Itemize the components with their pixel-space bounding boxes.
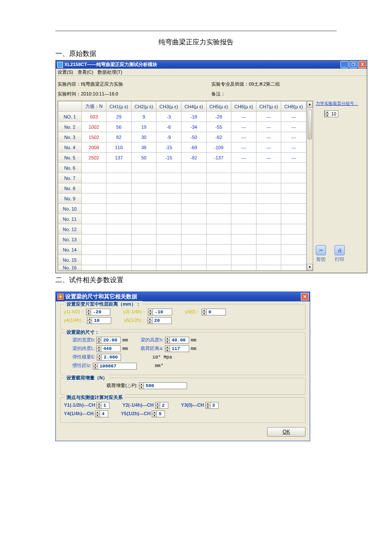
channel-cell[interactable] xyxy=(107,194,132,204)
device-group-link[interactable]: 力学实验装置分组号： xyxy=(316,101,365,107)
m4-spinner[interactable]: ▲▼4 xyxy=(95,410,108,417)
channel-cell[interactable]: --- xyxy=(281,112,306,122)
y2-spinner[interactable]: ▲▼-10 xyxy=(148,309,172,315)
channel-cell[interactable]: --- xyxy=(281,142,306,153)
menu-settings[interactable]: 设置(S) xyxy=(58,69,73,75)
channel-cell[interactable] xyxy=(281,234,306,245)
channel-cell[interactable]: --- xyxy=(281,132,306,142)
channel-cell[interactable] xyxy=(107,214,132,224)
channel-cell[interactable]: 29 xyxy=(107,112,132,122)
channel-cell[interactable] xyxy=(107,234,132,245)
channel-cell[interactable] xyxy=(131,173,156,183)
channel-cell[interactable]: 30 xyxy=(131,132,156,142)
channel-cell[interactable] xyxy=(256,194,281,204)
channel-cell[interactable] xyxy=(131,183,156,194)
channel-cell[interactable] xyxy=(131,255,156,265)
channel-cell[interactable] xyxy=(181,214,206,224)
channel-cell[interactable] xyxy=(156,255,182,265)
force-cell[interactable] xyxy=(81,183,107,194)
channel-cell[interactable]: 82 xyxy=(107,132,132,142)
channel-cell[interactable]: --- xyxy=(281,122,306,132)
channel-cell[interactable] xyxy=(281,194,306,204)
channel-cell[interactable] xyxy=(281,163,306,173)
channel-cell[interactable] xyxy=(281,173,306,183)
L-spinner[interactable]: ▲▼440 xyxy=(96,345,121,352)
channel-cell[interactable] xyxy=(181,163,206,173)
force-cell[interactable]: 2008 xyxy=(81,142,107,153)
channel-cell[interactable] xyxy=(231,255,257,265)
channel-cell[interactable]: -82 xyxy=(181,153,206,163)
cut-tool[interactable]: ✂ 剪切 xyxy=(316,245,326,263)
channel-cell[interactable] xyxy=(256,163,281,173)
channel-cell[interactable] xyxy=(156,245,182,255)
channel-cell[interactable] xyxy=(206,224,231,234)
force-cell[interactable]: 1502 xyxy=(81,132,107,142)
channel-cell[interactable] xyxy=(131,224,156,234)
window-close-button[interactable]: X xyxy=(358,61,366,68)
channel-cell[interactable] xyxy=(256,234,281,245)
E-spinner[interactable]: ▲▼2.060 xyxy=(97,354,121,361)
channel-cell[interactable] xyxy=(131,204,156,214)
channel-cell[interactable] xyxy=(281,204,306,214)
y4-spinner[interactable]: ▲▼10 xyxy=(87,317,111,324)
channel-cell[interactable] xyxy=(107,173,132,183)
channel-cell[interactable]: 19 xyxy=(131,122,156,132)
channel-cell[interactable]: --- xyxy=(256,132,281,142)
channel-cell[interactable] xyxy=(231,224,257,234)
y3-spinner[interactable]: ▲▼0 xyxy=(202,309,226,315)
h-spinner[interactable]: ▲▼40.00 xyxy=(165,337,189,344)
channel-cell[interactable] xyxy=(181,183,206,194)
channel-cell[interactable] xyxy=(256,173,281,183)
force-cell[interactable] xyxy=(81,234,107,245)
group-number-spinner[interactable]: ▲ ▼ 10 xyxy=(324,110,338,117)
force-cell[interactable] xyxy=(81,224,107,234)
channel-cell[interactable] xyxy=(206,204,231,214)
channel-cell[interactable] xyxy=(256,224,281,234)
channel-cell[interactable] xyxy=(181,194,206,204)
channel-cell[interactable]: -28 xyxy=(206,112,231,122)
channel-cell[interactable]: 50 xyxy=(131,153,156,163)
channel-cell[interactable]: -50 xyxy=(181,132,206,142)
channel-cell[interactable] xyxy=(231,214,257,224)
channel-cell[interactable] xyxy=(156,224,182,234)
channel-cell[interactable] xyxy=(206,173,231,183)
channel-cell[interactable]: -15 xyxy=(156,142,182,153)
channel-cell[interactable] xyxy=(107,255,132,265)
channel-cell[interactable]: 9 xyxy=(131,112,156,122)
menu-data-process[interactable]: 数据处理(T) xyxy=(98,69,122,75)
force-cell[interactable] xyxy=(81,173,107,183)
channel-cell[interactable]: 137 xyxy=(107,153,132,163)
channel-cell[interactable]: 110 xyxy=(107,142,132,153)
scroll-thumb[interactable] xyxy=(308,110,312,139)
channel-cell[interactable] xyxy=(231,265,257,271)
channel-cell[interactable]: -137 xyxy=(206,153,231,163)
print-tool[interactable]: 🖨 打印 xyxy=(334,245,345,263)
channel-cell[interactable] xyxy=(231,234,257,245)
scroll-down-button[interactable]: ▼ xyxy=(307,264,313,271)
channel-cell[interactable]: -9 xyxy=(156,132,182,142)
channel-cell[interactable] xyxy=(281,183,306,194)
channel-cell[interactable] xyxy=(206,234,231,245)
channel-cell[interactable] xyxy=(131,265,156,271)
dp-spinner[interactable]: ▲▼500 xyxy=(139,382,187,389)
channel-cell[interactable]: -6 xyxy=(156,122,182,132)
group-spin-down[interactable]: ▼ xyxy=(325,114,329,117)
force-cell[interactable] xyxy=(81,204,107,214)
channel-cell[interactable] xyxy=(281,265,306,271)
y5-spinner[interactable]: ▲▼20 xyxy=(147,317,172,324)
channel-cell[interactable] xyxy=(156,183,182,194)
force-cell[interactable] xyxy=(81,245,107,255)
dialog-close-button[interactable]: × xyxy=(301,293,309,301)
channel-cell[interactable] xyxy=(156,204,182,214)
scroll-up-button[interactable]: ▲ xyxy=(307,101,313,108)
channel-cell[interactable]: -82 xyxy=(206,132,231,142)
channel-cell[interactable] xyxy=(107,245,132,255)
y1-spinner[interactable]: ▲▼-20 xyxy=(86,309,110,315)
channel-cell[interactable]: --- xyxy=(256,112,281,122)
force-cell[interactable]: 1002 xyxy=(81,122,107,132)
channel-cell[interactable] xyxy=(181,265,206,271)
channel-cell[interactable]: --- xyxy=(256,122,281,132)
channel-cell[interactable] xyxy=(107,224,132,234)
channel-cell[interactable]: 38 xyxy=(131,142,156,153)
channel-cell[interactable] xyxy=(256,183,281,194)
